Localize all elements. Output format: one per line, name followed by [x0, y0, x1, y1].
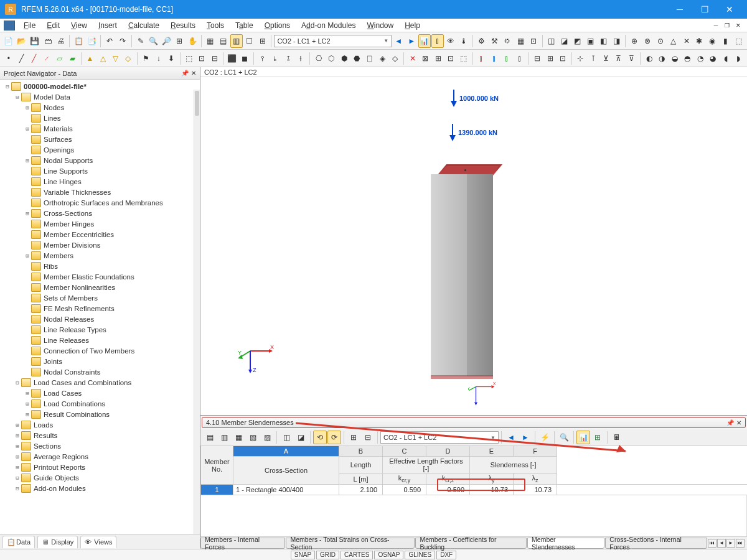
ext6-icon[interactable]: ✱: [693, 34, 706, 48]
prev-lc-icon[interactable]: ◄: [392, 34, 405, 48]
zoomall-icon[interactable]: ⊞: [173, 34, 186, 48]
col-letter-b[interactable]: B: [339, 446, 383, 457]
line-icon[interactable]: ╱: [15, 52, 27, 65]
res-tab-buckling[interactable]: Members - Coefficients for Buckling: [415, 538, 527, 549]
tree-item-member-hinges[interactable]: Member Hinges: [0, 218, 200, 229]
col-letter-d[interactable]: D: [426, 446, 470, 457]
results-axis-icon[interactable]: ⫿: [431, 34, 444, 48]
table-row[interactable]: 1 1 - Rectangle 400/400 2.100 0.590 0.59…: [201, 485, 747, 495]
tree-item-average-regions[interactable]: ⊞Average Regions: [0, 451, 200, 462]
sec4-icon[interactable]: ⊡: [445, 52, 457, 65]
res-tb8-icon[interactable]: ⟲: [313, 431, 327, 444]
menu-results[interactable]: Results: [166, 20, 200, 31]
results-loadcase-combo[interactable]: CO2 - LC1 + LC2▼: [380, 431, 499, 444]
res-find-icon[interactable]: 🔍: [557, 431, 571, 444]
saveall-icon[interactable]: 🗃: [42, 34, 54, 48]
menu-view[interactable]: View: [66, 20, 92, 31]
clipboard-icon[interactable]: 📋: [72, 34, 85, 48]
menu-tools[interactable]: Tools: [202, 20, 229, 31]
menu-addons[interactable]: Add-on Modules: [296, 20, 360, 31]
ext4-icon[interactable]: △: [667, 34, 680, 48]
tree-item-guide-objects[interactable]: ⊟Guide Objects: [0, 472, 200, 483]
tree-item-load-cases[interactable]: ⊞Load Cases: [0, 388, 200, 398]
col-letter-e[interactable]: E: [470, 446, 514, 457]
col-letter-f[interactable]: F: [514, 446, 557, 457]
tree-item-orthotropic-surfaces-and-membranes[interactable]: Orthotropic Surfaces and Membranes: [0, 197, 200, 208]
cs1-icon[interactable]: ⬛: [226, 52, 238, 65]
heat-icon[interactable]: 🌡: [458, 34, 470, 48]
tree-item-members[interactable]: ⊞Members: [0, 250, 200, 261]
filt2-icon[interactable]: ⊞: [544, 52, 556, 65]
loadcase-combo[interactable]: CO2 - LC1 + LC2▼: [274, 35, 392, 47]
res-tab-cs-forces[interactable]: Cross-Sections - Internal Forces: [605, 538, 707, 549]
cell-length[interactable]: 2.100: [339, 485, 383, 495]
tree-item-openings[interactable]: Openings: [0, 144, 200, 155]
res-tab-strains[interactable]: Members - Total Strains on Cross-Section: [286, 538, 415, 549]
calc3-icon[interactable]: ⛭: [501, 34, 514, 48]
column-member[interactable]: [437, 164, 499, 379]
res-excel-icon[interactable]: ⊞: [591, 431, 604, 444]
ext1-icon[interactable]: ⊕: [628, 34, 641, 48]
ucs3-icon[interactable]: ⊻: [600, 52, 612, 65]
status-snap[interactable]: SNAP: [291, 551, 315, 559]
col-letter-c[interactable]: C: [383, 446, 426, 457]
filt1-icon[interactable]: ⊟: [531, 52, 543, 65]
tree-item-fe-mesh-refinements[interactable]: FE Mesh Refinements: [0, 303, 200, 314]
res-tb4-icon[interactable]: ▧: [246, 431, 260, 444]
layer-icon[interactable]: ▤: [217, 34, 230, 48]
set2-icon[interactable]: ⬡: [325, 52, 337, 65]
res-tb6-icon[interactable]: ◫: [280, 431, 293, 444]
sup4-icon[interactable]: ◇: [122, 52, 134, 65]
tree-item-ribs[interactable]: Ribs: [0, 261, 200, 271]
node-icon[interactable]: •: [2, 52, 14, 65]
tree-item-nodal-constraints[interactable]: Nodal Constraints: [0, 366, 200, 377]
res-prev-icon[interactable]: ◄: [504, 431, 518, 444]
module1-icon[interactable]: ◫: [545, 34, 558, 48]
calc1-icon[interactable]: ⚙: [475, 34, 487, 48]
nav-tab-data[interactable]: 📋Data: [2, 536, 35, 548]
tree-item-materials[interactable]: ⊞Materials: [0, 123, 200, 134]
set3-icon[interactable]: ⬢: [338, 52, 350, 65]
mode4-icon[interactable]: ◓: [681, 52, 693, 65]
sec1-icon[interactable]: ✕: [406, 52, 418, 65]
mdi-close[interactable]: ✕: [733, 21, 743, 30]
misc2-icon[interactable]: ⫰: [270, 52, 281, 65]
set1-icon[interactable]: ⎔: [312, 52, 324, 65]
pin-icon[interactable]: 📌: [181, 70, 189, 77]
res-tb3-icon[interactable]: ▦: [232, 431, 245, 444]
res-next-icon[interactable]: ►: [519, 431, 532, 444]
cell-lambda-y[interactable]: 10.73: [470, 485, 514, 495]
menu-options[interactable]: Options: [260, 20, 295, 31]
mode6-icon[interactable]: ◕: [707, 52, 718, 65]
res-tb7-icon[interactable]: ◪: [294, 431, 308, 444]
layer2-icon[interactable]: ▥: [230, 34, 243, 48]
sec2-icon[interactable]: ⊠: [420, 52, 431, 65]
module4-icon[interactable]: ▣: [585, 34, 597, 48]
mode2-icon[interactable]: ◑: [655, 52, 667, 65]
tree-item-sections[interactable]: ⊞Sections: [0, 441, 200, 451]
results-close-icon[interactable]: ✕: [736, 419, 741, 426]
menu-help[interactable]: Help: [400, 20, 425, 31]
open-icon[interactable]: 📂: [16, 34, 28, 48]
tree-item-cross-sections[interactable]: ⊞Cross-Sections: [0, 208, 200, 218]
sup1-icon[interactable]: ▲: [84, 52, 96, 65]
ucs2-icon[interactable]: ⊺: [587, 52, 599, 65]
tree-item-nodes[interactable]: ⊞Nodes: [0, 102, 200, 113]
tree-item-member-eccentricities[interactable]: Member Eccentricities: [0, 229, 200, 240]
ucs1-icon[interactable]: ⊹: [575, 52, 586, 65]
navigator-tree[interactable]: ⊟000000-model-file* ⊟Model Data ⊞Nodes L…: [0, 80, 200, 534]
res-filter-icon[interactable]: ⚡: [538, 431, 552, 444]
mode5-icon[interactable]: ◔: [694, 52, 706, 65]
eye-icon[interactable]: 👁: [444, 34, 457, 48]
cell-kcrz[interactable]: 0.590: [426, 485, 470, 495]
sup2-icon[interactable]: △: [96, 52, 108, 65]
menu-edit[interactable]: Edit: [42, 20, 65, 31]
zoom-icon[interactable]: 🔎: [160, 34, 172, 48]
save-icon[interactable]: 💾: [29, 34, 41, 48]
filt3-icon[interactable]: ⊡: [557, 52, 568, 65]
flag-icon[interactable]: ⚑: [140, 52, 152, 65]
set4-icon[interactable]: ⬣: [350, 52, 362, 65]
tree-item-add-on-modules[interactable]: ⊟Add-on Modules: [0, 483, 200, 493]
tree-item-member-nonlinearities[interactable]: Member Nonlinearities: [0, 282, 200, 292]
ext9-icon[interactable]: ⬚: [732, 34, 745, 48]
